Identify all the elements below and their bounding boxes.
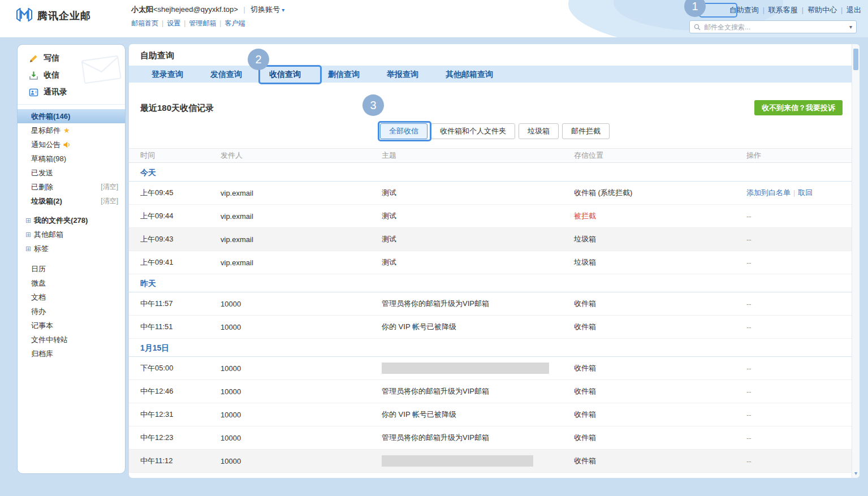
switch-account-link[interactable]: 切换账号 <box>251 5 280 14</box>
nav-link-0[interactable]: 邮箱首页 <box>131 19 158 27</box>
sidebar-app-1[interactable]: 微盘 <box>18 276 125 290</box>
date-group-header: 昨天 <box>129 274 852 292</box>
compose-icon <box>29 54 38 63</box>
scrollbar-thumb[interactable] <box>853 49 858 70</box>
cell-location: 被拦截 <box>574 211 746 221</box>
cell-operations: -- <box>746 235 852 244</box>
folder-label: 已删除 <box>31 182 53 192</box>
cell-subject: 测试 <box>382 234 574 244</box>
no-op: -- <box>746 411 752 419</box>
empty-folder-action[interactable]: [清空] <box>101 196 118 206</box>
cell-subject: 你的 VIP 帐号已被降级 <box>382 409 574 420</box>
quick-link-1[interactable]: 联系客服 <box>768 6 798 14</box>
table-row[interactable]: 中午12:3110000你的 VIP 帐号已被降级收件箱-- <box>129 403 852 426</box>
separator: | <box>219 19 221 27</box>
tab-1[interactable]: 发信查询 <box>197 66 256 83</box>
expand-icon[interactable]: ⊞ <box>25 245 31 253</box>
section-title: 最近180天收信记录 <box>140 103 214 114</box>
nav-link-1[interactable]: 设置 <box>167 19 180 27</box>
sidebar-action-1[interactable]: 收信 <box>18 67 125 84</box>
table-row[interactable]: 中午11:5710000管理员将你的邮箱升级为VIP邮箱收件箱-- <box>129 292 852 316</box>
sidebar-app-4[interactable]: 记事本 <box>18 318 125 333</box>
sidebar-folder-1[interactable]: 星标邮件★ <box>18 123 125 137</box>
account-block: 小太阳<shejhejeed@qyyxkf.top> | 切换账号▾ 邮箱首页|… <box>131 5 284 28</box>
sidebar-folder-5[interactable]: 已删除[清空] <box>18 180 125 194</box>
empty-folder-action[interactable]: [清空] <box>101 182 118 192</box>
expand-icon[interactable]: ⊞ <box>25 231 31 239</box>
star-icon: ★ <box>63 127 70 134</box>
no-op: -- <box>746 235 752 244</box>
cell-subject <box>382 455 574 467</box>
cell-time: 中午12:31 <box>140 409 221 420</box>
sidebar-actions: 写信收信通讯录 <box>18 45 125 105</box>
no-op: -- <box>746 212 752 221</box>
filter-1[interactable]: 收件箱和个人文件夹 <box>431 123 515 139</box>
nav-link-3[interactable]: 客户端 <box>224 19 245 27</box>
sidebar-action-2[interactable]: 通讯录 <box>18 84 125 101</box>
sidebar-app-3[interactable]: 待办 <box>18 304 125 318</box>
folder-list: 收件箱(146)星标邮件★通知公告草稿箱(98)已发送已删除[清空]垃圾箱(2)… <box>18 109 125 208</box>
separator: | <box>841 6 843 14</box>
cell-sender: 10000 <box>221 411 382 419</box>
sidebar-folder-4[interactable]: 已发送 <box>18 166 125 180</box>
sidebar-tree-2[interactable]: ⊞标签 <box>18 241 125 256</box>
sidebar-folder-3[interactable]: 草稿箱(98) <box>18 152 125 166</box>
cell-subject: 测试 <box>382 211 574 221</box>
table-row[interactable]: 中午11:5110000你的 VIP 帐号已被降级收件箱-- <box>129 316 852 339</box>
tree-list: ⊞我的文件夹(278)⊞其他邮箱⊞标签 <box>18 213 125 256</box>
logo[interactable]: 腾讯企业邮 <box>16 8 91 24</box>
cell-time: 中午12:23 <box>140 433 221 443</box>
table-row[interactable]: 中午11:1210000收件箱-- <box>129 450 852 473</box>
op-link-0[interactable]: 添加到白名单 <box>746 188 791 197</box>
table-row[interactable]: 中午12:2310000管理员将你的邮箱升级为VIP邮箱收件箱-- <box>129 426 852 450</box>
cell-subject: 测试 <box>382 188 574 198</box>
tab-4[interactable]: 举报查询 <box>373 66 432 83</box>
date-group-header: 1月15日 <box>129 339 852 357</box>
tab-3[interactable]: 删信查询 <box>314 66 373 83</box>
nav-link-2[interactable]: 管理邮箱 <box>189 19 216 27</box>
sidebar-app-0[interactable]: 日历 <box>18 262 125 276</box>
no-op: -- <box>746 434 752 442</box>
table-row[interactable]: 中午12:4610000管理员将你的邮箱升级为VIP邮箱收件箱-- <box>129 380 852 403</box>
op-link-1[interactable]: 取回 <box>798 188 813 197</box>
scrollbar[interactable]: ▾ <box>852 44 860 478</box>
scrollbar-down-arrow[interactable]: ▾ <box>852 470 860 476</box>
search-input[interactable] <box>704 23 849 31</box>
sidebar-action-0[interactable]: 写信 <box>18 50 125 67</box>
filter-2[interactable]: 垃圾箱 <box>519 123 559 139</box>
table-row[interactable]: 上午09:45vip.exmail测试收件箱 (系统拦截)添加到白名单|取回 <box>129 182 852 205</box>
sidebar-folder-0[interactable]: 收件箱(146) <box>18 109 125 123</box>
cell-location: 收件箱 <box>574 299 746 309</box>
quick-link-2[interactable]: 帮助中心 <box>807 6 837 14</box>
folder-label: 星标邮件 <box>31 126 61 136</box>
sidebar-app-2[interactable]: 文档 <box>18 290 125 304</box>
filter-3[interactable]: 邮件拦截 <box>562 123 610 139</box>
table-row[interactable]: 上午09:44vip.exmail测试被拦截-- <box>129 205 852 228</box>
sidebar-folder-6[interactable]: 垃圾箱(2)[清空] <box>18 194 125 208</box>
chevron-down-icon: ▾ <box>282 7 284 13</box>
cell-sender: 10000 <box>221 364 382 373</box>
sidebar-app-5[interactable]: 文件中转站 <box>18 333 125 347</box>
account-name: 小太阳 <box>131 5 153 14</box>
search-box[interactable]: ▾ <box>689 20 857 33</box>
cell-time: 上午09:41 <box>140 257 221 268</box>
folder-label: 收件箱(146) <box>31 111 70 122</box>
table-row[interactable]: 下午05:0010000收件箱-- <box>129 357 852 380</box>
table-row[interactable]: 上午09:43vip.exmail测试垃圾箱-- <box>129 228 852 251</box>
expand-icon[interactable]: ⊞ <box>25 217 31 225</box>
cell-sender: 10000 <box>221 323 382 331</box>
table-row[interactable]: 上午09:41vip.exmail测试垃圾箱-- <box>129 251 852 274</box>
sidebar-tree-0[interactable]: ⊞我的文件夹(278) <box>18 213 125 227</box>
tab-0[interactable]: 登录查询 <box>138 66 197 83</box>
cell-sender: 10000 <box>221 457 382 465</box>
sidebar-app-6[interactable]: 归档库 <box>18 347 125 361</box>
sidebar-folder-2[interactable]: 通知公告 <box>18 137 125 152</box>
complain-button[interactable]: 收不到来信？我要投诉 <box>754 100 843 115</box>
chevron-down-icon[interactable]: ▾ <box>849 24 852 30</box>
quick-link-3[interactable]: 退出 <box>847 6 861 14</box>
tab-5[interactable]: 其他邮箱查询 <box>432 66 507 83</box>
cell-sender: 10000 <box>221 387 382 396</box>
redacted-subject <box>382 455 533 467</box>
sidebar-tree-1[interactable]: ⊞其他邮箱 <box>18 227 125 241</box>
action-label: 写信 <box>44 53 59 63</box>
